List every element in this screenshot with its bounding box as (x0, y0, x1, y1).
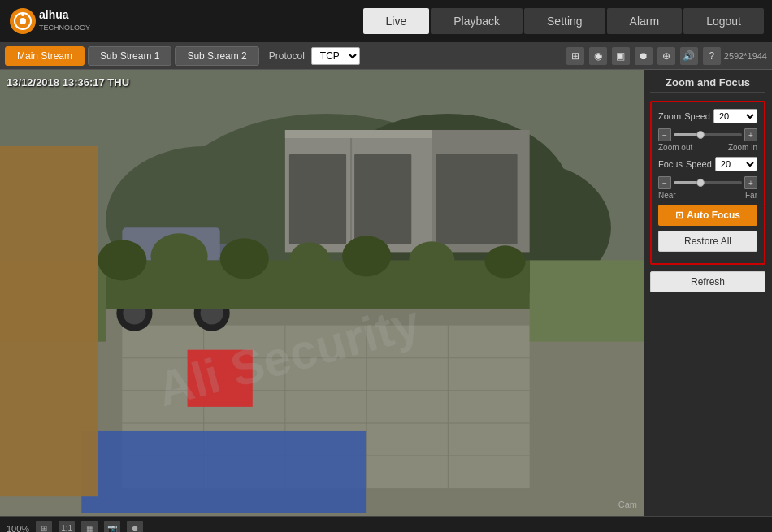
help-icon[interactable]: ? (703, 47, 721, 65)
svg-point-3 (21, 13, 24, 16)
capture-icon[interactable]: 📷 (104, 521, 120, 533)
tab-live[interactable]: Live (363, 8, 430, 34)
fullscreen-icon[interactable]: ⊞ (566, 47, 584, 65)
focus-speed-label: Speed (686, 159, 712, 169)
focus-slider-row: − + (658, 176, 757, 189)
svg-point-43 (342, 236, 391, 276)
nav-tabs: Live Playback Setting Alarm Logout (363, 8, 764, 34)
sub-stream2-button[interactable]: Sub Stream 2 (175, 46, 258, 66)
main-content: 3642Kbps (0, 70, 772, 516)
svg-point-45 (485, 245, 526, 278)
record-bottom-icon[interactable]: ⏺ (127, 521, 143, 533)
svg-point-40 (150, 233, 207, 279)
focus-slider-thumb[interactable] (696, 179, 705, 187)
record-icon[interactable]: ⏺ (635, 47, 653, 65)
tab-logout[interactable]: Logout (683, 8, 764, 34)
focus-label: Focus (658, 159, 683, 169)
refresh-button[interactable]: Refresh (650, 271, 765, 292)
header: alhua TECHNOLOGY Live Playback Setting A… (0, 0, 772, 42)
ptz-icon[interactable]: ⊕ (657, 47, 675, 65)
tab-playback[interactable]: Playback (431, 8, 523, 34)
video-timestamp: 13/12/2018 13:36:17 THU (7, 76, 129, 89)
zoom-slider-track[interactable] (674, 133, 742, 136)
zoom-label: Zoom (658, 111, 681, 121)
audio-icon[interactable]: 🔊 (680, 47, 698, 65)
side-panel: Zoom and Focus Zoom Speed 20 1 2 4 8 40 … (644, 70, 772, 516)
svg-rect-47 (0, 146, 98, 496)
focus-plus-button[interactable]: + (744, 176, 757, 189)
svg-point-39 (98, 240, 146, 280)
camera-scene-svg: Ali Security (0, 70, 644, 516)
stream-bar: Main Stream Sub Stream 1 Sub Stream 2 Pr… (0, 42, 772, 70)
focus-row: Focus Speed 20 1 2 4 8 40 80 100 (658, 157, 757, 171)
protocol-label: Protocol (269, 50, 305, 62)
fit-screen-icon[interactable]: ⊞ (36, 521, 52, 533)
tab-setting[interactable]: Setting (524, 8, 605, 34)
zoom-minus-button[interactable]: − (658, 128, 671, 141)
zoom-speed-label: Speed (684, 111, 710, 121)
logo: alhua TECHNOLOGY (8, 6, 106, 37)
svg-point-42 (289, 242, 330, 278)
resolution-info: 2592*1944 (724, 51, 767, 61)
auto-focus-label: Auto Focus (687, 210, 740, 221)
protocol-select[interactable]: TCP UDP (311, 47, 360, 65)
snapshot-icon[interactable]: ◉ (589, 47, 607, 65)
zoom-plus-button[interactable]: + (744, 128, 757, 141)
focus-slider-fill (674, 181, 697, 184)
auto-focus-icon: ⊡ (675, 210, 683, 221)
svg-point-2 (20, 18, 26, 24)
tab-alarm[interactable]: Alarm (607, 8, 683, 34)
svg-rect-34 (530, 260, 644, 341)
svg-rect-13 (285, 130, 432, 138)
bottom-bar: 100% ⊞ 1:1 ▦ 📷 ⏺ (0, 516, 772, 532)
zoom-slider-thumb[interactable] (696, 131, 705, 139)
near-label: Near (658, 191, 676, 200)
svg-rect-17 (436, 154, 517, 244)
zoom-focus-box: Zoom Speed 20 1 2 4 8 40 80 100 − (650, 101, 765, 265)
svg-rect-37 (81, 431, 366, 513)
focus-slider-track[interactable] (674, 181, 742, 184)
toolbar-icons: ⊞ ◉ ▣ ⏺ ⊕ 🔊 ? (566, 47, 721, 65)
zoom-slider-row: − + (658, 128, 757, 141)
far-label: Far (745, 191, 757, 200)
svg-rect-12 (350, 130, 352, 252)
zoom-speed-select[interactable]: 20 1 2 4 8 40 80 100 (713, 109, 757, 123)
svg-text:TECHNOLOGY: TECHNOLOGY (39, 24, 90, 32)
svg-text:alhua: alhua (39, 8, 69, 21)
video-area: 3642Kbps (0, 70, 644, 516)
camera-scene: Ali Security 13/12/2018 13:36:17 THU Cam (0, 70, 644, 516)
image-icon[interactable]: ▣ (612, 47, 630, 65)
main-stream-button[interactable]: Main Stream (5, 46, 85, 66)
cam-label: Cam (618, 500, 637, 509)
auto-focus-button[interactable]: ⊡ Auto Focus (658, 205, 757, 226)
focus-minus-button[interactable]: − (658, 176, 671, 189)
zoom-in-label: Zoom in (728, 143, 757, 152)
panel-title: Zoom and Focus (650, 76, 765, 93)
zoom-row: Zoom Speed 20 1 2 4 8 40 80 100 (658, 109, 757, 123)
sub-stream1-button[interactable]: Sub Stream 1 (88, 46, 171, 66)
zoom-slider-fill (674, 133, 697, 136)
original-size-icon[interactable]: 1:1 (59, 521, 75, 533)
svg-rect-15 (289, 154, 346, 244)
zoom-percent: 100% (7, 524, 29, 533)
near-far-row: Near Far (658, 191, 757, 200)
restore-all-button[interactable]: Restore All (658, 231, 757, 252)
svg-point-44 (409, 241, 454, 279)
svg-point-41 (220, 238, 269, 279)
zoom-out-label: Zoom out (658, 143, 692, 152)
logo-icon: alhua TECHNOLOGY (8, 6, 106, 37)
grid-icon[interactable]: ▦ (81, 521, 98, 533)
svg-rect-16 (354, 154, 411, 244)
focus-speed-select[interactable]: 20 1 2 4 8 40 80 100 (715, 157, 757, 171)
zoom-labels: Zoom out Zoom in (658, 143, 757, 152)
